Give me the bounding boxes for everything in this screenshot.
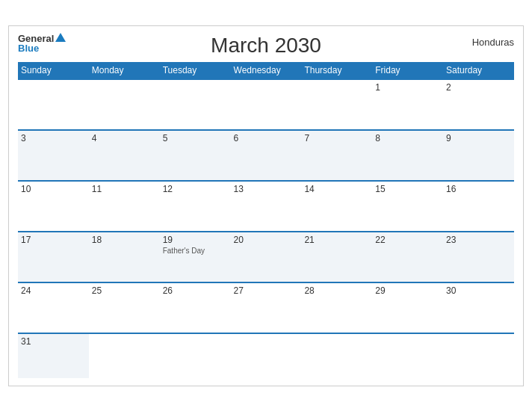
week-row-3: 10111213141516 [18,181,514,232]
calendar-cell: 6 [231,130,302,181]
day-number: 22 [375,235,440,245]
day-number: 7 [304,133,369,143]
weekday-header-monday: Monday [89,62,160,79]
weekday-header-friday: Friday [372,62,443,79]
calendar-cell: 21 [301,232,372,282]
calendar-cell: 10 [18,181,89,232]
calendar-cell: 27 [231,282,302,333]
calendar-cell: 7 [301,130,372,181]
day-number: 21 [304,235,369,245]
calendar-cell [160,79,231,130]
calendar-cell: 2 [443,79,514,130]
day-number: 14 [304,184,369,194]
day-number: 29 [375,285,440,296]
day-number: 19 [163,235,228,245]
calendar-cell [89,333,160,378]
calendar-cell: 29 [372,282,443,333]
day-number: 16 [446,184,511,194]
calendar-cell: 31 [18,333,89,378]
weekday-header-row: SundayMondayTuesdayWednesdayThursdayFrid… [18,62,514,79]
calendar-cell: 12 [160,181,231,232]
calendar-cell: 25 [89,282,160,333]
calendar-container: General Blue March 2030 Honduras SundayM… [8,25,524,386]
calendar-cell: 18 [89,232,160,282]
calendar-table: SundayMondayTuesdayWednesdayThursdayFrid… [18,62,514,378]
weekday-header-sunday: Sunday [18,62,89,79]
calendar-cell: 22 [372,232,443,282]
calendar-cell: 8 [372,130,443,181]
calendar-cell: 11 [89,181,160,232]
calendar-cell: 14 [301,181,372,232]
calendar-cell [18,79,89,130]
calendar-cell: 20 [231,232,302,282]
logo-blue-text: Blue [18,43,39,53]
calendar-cell: 5 [160,130,231,181]
day-number: 17 [21,235,86,245]
day-number: 15 [375,184,440,194]
calendar-cell: 15 [372,181,443,232]
weekday-header-saturday: Saturday [443,62,514,79]
event-label: Father's Day [163,247,228,255]
day-number: 27 [234,285,299,296]
day-number: 30 [446,285,511,296]
week-row-5: 24252627282930 [18,282,514,333]
calendar-cell: 28 [301,282,372,333]
week-row-6: 31 [18,333,514,378]
day-number: 20 [234,235,299,245]
day-number: 1 [375,82,440,93]
day-number: 13 [234,184,299,194]
calendar-cell: 13 [231,181,302,232]
calendar-cell: 4 [89,130,160,181]
logo-general-text: General [18,34,54,43]
calendar-cell: 30 [443,282,514,333]
weekday-header-thursday: Thursday [301,62,372,79]
calendar-cell [372,333,443,378]
calendar-cell [231,333,302,378]
calendar-cell [443,333,514,378]
day-number: 28 [304,285,369,296]
day-number: 6 [234,133,299,143]
country-label: Honduras [472,37,514,48]
calendar-cell: 26 [160,282,231,333]
calendar-cell [301,79,372,130]
calendar-cell: 3 [18,130,89,181]
week-row-4: 171819Father's Day20212223 [18,232,514,282]
logo: General Blue [18,34,66,53]
day-number: 2 [446,82,511,93]
day-number: 4 [92,133,157,143]
day-number: 31 [21,336,86,347]
week-row-2: 3456789 [18,130,514,181]
calendar-cell: 23 [443,232,514,282]
weekday-header-tuesday: Tuesday [160,62,231,79]
calendar-header: General Blue March 2030 Honduras [18,34,514,58]
calendar-cell: 9 [443,130,514,181]
calendar-cell: 17 [18,232,89,282]
day-number: 23 [446,235,511,245]
calendar-cell: 24 [18,282,89,333]
calendar-cell: 19Father's Day [160,232,231,282]
weekday-header-wednesday: Wednesday [231,62,302,79]
day-number: 18 [92,235,157,245]
day-number: 12 [163,184,228,194]
calendar-title: March 2030 [211,34,321,58]
day-number: 25 [92,285,157,296]
day-number: 3 [21,133,86,143]
day-number: 10 [21,184,86,194]
calendar-cell [160,333,231,378]
week-row-1: 12 [18,79,514,130]
day-number: 5 [163,133,228,143]
day-number: 9 [446,133,511,143]
day-number: 26 [163,285,228,296]
calendar-cell: 1 [372,79,443,130]
logo-triangle-icon [55,33,66,42]
day-number: 24 [21,285,86,296]
calendar-cell [301,333,372,378]
calendar-cell [89,79,160,130]
calendar-cell: 16 [443,181,514,232]
day-number: 11 [92,184,157,194]
day-number: 8 [375,133,440,143]
calendar-cell [231,79,302,130]
